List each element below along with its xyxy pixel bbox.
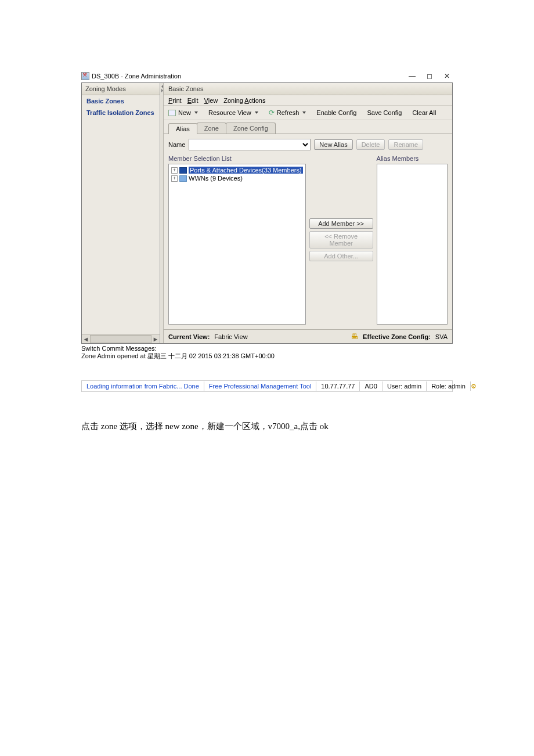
minimize-button[interactable]: — — [409, 73, 416, 80]
save-config-button[interactable]: Save Config — [367, 109, 402, 116]
effective-zone-value: SVA — [435, 333, 448, 340]
status-ad: AD0 — [360, 381, 382, 391]
status-ip: 10.77.77.77 — [316, 381, 360, 391]
new-button[interactable]: New — [168, 109, 198, 116]
sidebar: Zoning Modes Basic Zones Traffic Isolati… — [82, 83, 160, 343]
remove-member-button: << Remove Member — [309, 231, 373, 249]
window-title: DS_300B - Zone Administration — [92, 73, 409, 80]
sidebar-scrollbar[interactable]: ◄ ► — [82, 334, 160, 343]
member-selection-label: Member Selection List — [168, 155, 306, 162]
tab-zone[interactable]: Zone — [197, 123, 226, 134]
refresh-icon: ⟳ — [269, 109, 275, 117]
app-window: Zoning Modes Basic Zones Traffic Isolati… — [81, 82, 453, 344]
tree-label: Ports & Attached Devices(33 Members) — [189, 167, 303, 174]
tree-label: WWNs (9 Devices) — [189, 175, 243, 182]
print-icon[interactable]: 🖶 — [351, 332, 358, 341]
tab-zone-config[interactable]: Zone Config — [226, 123, 276, 134]
maximize-button[interactable]: ◻ — [426, 73, 433, 80]
commit-messages-label: Switch Commit Messages: — [81, 345, 453, 352]
name-label: Name — [168, 141, 185, 148]
footer-bar: Current View: Fabric View 🖶 Effective Zo… — [164, 329, 452, 343]
refresh-button[interactable]: ⟳Refresh — [269, 109, 306, 117]
status-role: Role: admin — [427, 381, 471, 391]
member-selection-list[interactable]: + Ports & Attached Devices(33 Members) +… — [168, 164, 306, 325]
menu-edit[interactable]: Edit — [187, 97, 199, 104]
new-icon — [168, 110, 176, 116]
chevron-down-icon — [302, 111, 306, 114]
add-member-button[interactable]: Add Member >> — [309, 218, 373, 229]
menu-zoning-actions[interactable]: Zoning Actions — [223, 97, 265, 104]
delete-button: Delete — [356, 139, 385, 150]
current-view-value: Fabric View — [214, 333, 247, 340]
rename-button: Rename — [388, 139, 423, 150]
menu-view[interactable]: View — [204, 97, 218, 104]
current-view-label: Current View: — [168, 333, 210, 340]
statusbar: Loading information from Fabric... Done … — [81, 380, 453, 392]
sidebar-item-basic-zones[interactable]: Basic Zones — [82, 95, 160, 107]
switch-icon — [179, 167, 187, 174]
tree-node-wwns[interactable]: + WWNs (9 Devices) — [170, 174, 304, 182]
scroll-track[interactable] — [90, 335, 151, 343]
chevron-down-icon — [194, 111, 198, 114]
chevron-down-icon — [255, 111, 258, 114]
status-link[interactable]: Free Professional Management Tool — [204, 381, 317, 391]
scroll-right-icon[interactable]: ► — [151, 336, 160, 343]
status-loading: Loading information from Fabric... Done — [82, 381, 204, 391]
clear-all-button[interactable]: Clear All — [412, 109, 436, 116]
sidebar-item-traffic-isolation[interactable]: Traffic Isolation Zones — [82, 107, 160, 118]
expand-icon[interactable]: + — [171, 175, 178, 182]
tab-alias[interactable]: Alias — [168, 123, 197, 134]
effective-zone-label: Effective Zone Config: — [363, 333, 431, 340]
name-select[interactable] — [189, 139, 311, 150]
splitter[interactable] — [160, 83, 164, 343]
sidebar-header: Zoning Modes — [82, 83, 160, 95]
tree-node-ports[interactable]: + Ports & Attached Devices(33 Members) — [170, 166, 304, 174]
menubar: Print Edit View Zoning Actions — [164, 95, 452, 106]
instruction-text: 点击 zone 选项，选择 new zone，新建一个区域，v7000_a,点击… — [81, 421, 453, 432]
resource-view-button[interactable]: Resource View — [208, 109, 258, 116]
expand-icon[interactable]: + — [171, 167, 178, 174]
toolbar: New Resource View ⟳Refresh Enable Config… — [164, 106, 452, 120]
status-tail-icon: ⚙ — [471, 383, 477, 390]
add-other-button: Add Other... — [309, 251, 373, 261]
alias-members-list[interactable] — [377, 164, 448, 325]
new-alias-button[interactable]: New Alias — [314, 139, 352, 150]
close-button[interactable]: ✕ — [443, 73, 450, 80]
main-header: Basic Zones — [164, 83, 452, 95]
scroll-left-icon[interactable]: ◄ — [82, 336, 90, 343]
menu-print[interactable]: Print — [168, 97, 182, 104]
wwn-icon — [179, 175, 187, 182]
alias-members-label: Alias Members — [377, 155, 448, 162]
status-user: User: admin — [383, 381, 427, 391]
tabstrip: Alias Zone Zone Config — [164, 120, 452, 134]
app-icon — [81, 72, 89, 80]
commit-messages-line: Zone Admin opened at 星期三 十二月 02 2015 03:… — [81, 352, 453, 361]
enable-config-button[interactable]: Enable Config — [316, 109, 356, 116]
